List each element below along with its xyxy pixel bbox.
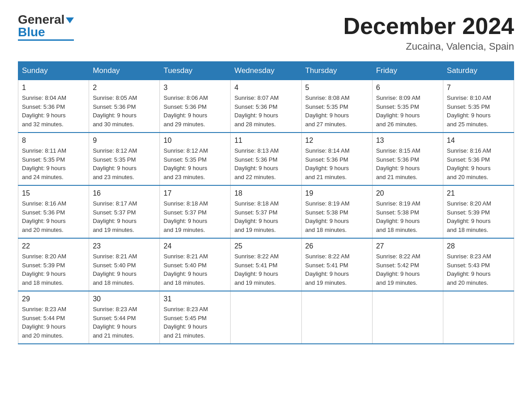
day-info: Sunrise: 8:23 AM Sunset: 5:44 PM Dayligh… xyxy=(22,305,85,340)
day-info: Sunrise: 8:13 AM Sunset: 5:36 PM Dayligh… xyxy=(234,146,297,181)
day-number: 12 xyxy=(305,137,369,145)
table-row: 8 Sunrise: 8:11 AM Sunset: 5:35 PM Dayli… xyxy=(18,133,89,185)
day-info: Sunrise: 8:12 AM Sunset: 5:35 PM Dayligh… xyxy=(163,146,227,181)
table-row: 7 Sunrise: 8:10 AM Sunset: 5:35 PM Dayli… xyxy=(443,80,514,133)
day-number: 10 xyxy=(163,137,227,145)
day-info: Sunrise: 8:22 AM Sunset: 5:41 PM Dayligh… xyxy=(305,252,369,287)
day-info: Sunrise: 8:06 AM Sunset: 5:36 PM Dayligh… xyxy=(163,94,227,128)
table-row: 10 Sunrise: 8:12 AM Sunset: 5:35 PM Dayl… xyxy=(160,133,231,185)
table-row xyxy=(372,291,443,344)
day-number: 19 xyxy=(305,189,369,197)
calendar-week-row: 8 Sunrise: 8:11 AM Sunset: 5:35 PM Dayli… xyxy=(18,133,514,185)
day-number: 8 xyxy=(22,137,85,145)
col-tuesday: Tuesday xyxy=(160,62,231,80)
calendar-table: Sunday Monday Tuesday Wednesday Thursday… xyxy=(18,61,514,344)
table-row: 19 Sunrise: 8:19 AM Sunset: 5:38 PM Dayl… xyxy=(301,185,372,238)
day-number: 18 xyxy=(234,189,297,197)
day-info: Sunrise: 8:14 AM Sunset: 5:36 PM Dayligh… xyxy=(305,146,369,181)
day-number: 31 xyxy=(163,295,227,303)
day-info: Sunrise: 8:16 AM Sunset: 5:36 PM Dayligh… xyxy=(447,146,510,181)
day-number: 30 xyxy=(93,295,156,303)
col-saturday: Saturday xyxy=(443,62,514,80)
table-row: 23 Sunrise: 8:21 AM Sunset: 5:40 PM Dayl… xyxy=(89,238,160,291)
day-number: 23 xyxy=(93,242,156,250)
day-info: Sunrise: 8:05 AM Sunset: 5:36 PM Dayligh… xyxy=(93,94,156,128)
col-wednesday: Wednesday xyxy=(231,62,301,80)
table-row: 31 Sunrise: 8:23 AM Sunset: 5:45 PM Dayl… xyxy=(160,291,231,344)
day-number: 28 xyxy=(447,242,510,250)
table-row: 28 Sunrise: 8:23 AM Sunset: 5:43 PM Dayl… xyxy=(443,238,514,291)
day-number: 5 xyxy=(305,84,369,92)
calendar-header-row: Sunday Monday Tuesday Wednesday Thursday… xyxy=(18,62,514,80)
day-number: 6 xyxy=(376,84,439,92)
calendar-week-row: 1 Sunrise: 8:04 AM Sunset: 5:36 PM Dayli… xyxy=(18,80,514,133)
day-info: Sunrise: 8:09 AM Sunset: 5:35 PM Dayligh… xyxy=(376,94,439,128)
table-row: 1 Sunrise: 8:04 AM Sunset: 5:36 PM Dayli… xyxy=(18,80,89,133)
day-number: 26 xyxy=(305,242,369,250)
day-number: 3 xyxy=(163,84,227,92)
table-row: 3 Sunrise: 8:06 AM Sunset: 5:36 PM Dayli… xyxy=(160,80,231,133)
day-info: Sunrise: 8:18 AM Sunset: 5:37 PM Dayligh… xyxy=(234,199,297,234)
day-info: Sunrise: 8:23 AM Sunset: 5:43 PM Dayligh… xyxy=(447,252,510,287)
table-row: 20 Sunrise: 8:19 AM Sunset: 5:38 PM Dayl… xyxy=(372,185,443,238)
day-number: 21 xyxy=(447,189,510,197)
day-info: Sunrise: 8:15 AM Sunset: 5:36 PM Dayligh… xyxy=(376,146,439,181)
table-row xyxy=(231,291,301,344)
day-info: Sunrise: 8:21 AM Sunset: 5:40 PM Dayligh… xyxy=(163,252,227,287)
logo: GeneralBlue xyxy=(18,13,74,41)
table-row: 14 Sunrise: 8:16 AM Sunset: 5:36 PM Dayl… xyxy=(443,133,514,185)
table-row: 2 Sunrise: 8:05 AM Sunset: 5:36 PM Dayli… xyxy=(89,80,160,133)
logo-underline xyxy=(18,39,74,41)
day-info: Sunrise: 8:12 AM Sunset: 5:35 PM Dayligh… xyxy=(93,146,156,181)
day-number: 15 xyxy=(22,189,85,197)
calendar-week-row: 15 Sunrise: 8:16 AM Sunset: 5:36 PM Dayl… xyxy=(18,185,514,238)
day-number: 22 xyxy=(22,242,85,250)
table-row: 24 Sunrise: 8:21 AM Sunset: 5:40 PM Dayl… xyxy=(160,238,231,291)
logo-blue: Blue xyxy=(18,25,45,39)
table-row: 25 Sunrise: 8:22 AM Sunset: 5:41 PM Dayl… xyxy=(231,238,301,291)
day-info: Sunrise: 8:11 AM Sunset: 5:35 PM Dayligh… xyxy=(22,146,85,181)
col-friday: Friday xyxy=(372,62,443,80)
col-thursday: Thursday xyxy=(301,62,372,80)
day-number: 13 xyxy=(376,137,439,145)
day-number: 29 xyxy=(22,295,85,303)
table-row: 27 Sunrise: 8:22 AM Sunset: 5:42 PM Dayl… xyxy=(372,238,443,291)
day-info: Sunrise: 8:07 AM Sunset: 5:36 PM Dayligh… xyxy=(234,94,297,128)
table-row: 9 Sunrise: 8:12 AM Sunset: 5:35 PM Dayli… xyxy=(89,133,160,185)
table-row: 6 Sunrise: 8:09 AM Sunset: 5:35 PM Dayli… xyxy=(372,80,443,133)
day-info: Sunrise: 8:17 AM Sunset: 5:37 PM Dayligh… xyxy=(93,199,156,234)
day-info: Sunrise: 8:19 AM Sunset: 5:38 PM Dayligh… xyxy=(305,199,369,234)
table-row: 30 Sunrise: 8:23 AM Sunset: 5:44 PM Dayl… xyxy=(89,291,160,344)
day-number: 9 xyxy=(93,137,156,145)
col-monday: Monday xyxy=(89,62,160,80)
table-row: 26 Sunrise: 8:22 AM Sunset: 5:41 PM Dayl… xyxy=(301,238,372,291)
table-row: 21 Sunrise: 8:20 AM Sunset: 5:39 PM Dayl… xyxy=(443,185,514,238)
day-info: Sunrise: 8:22 AM Sunset: 5:41 PM Dayligh… xyxy=(234,252,297,287)
day-number: 11 xyxy=(234,137,297,145)
table-row xyxy=(301,291,372,344)
day-info: Sunrise: 8:22 AM Sunset: 5:42 PM Dayligh… xyxy=(376,252,439,287)
calendar-week-row: 29 Sunrise: 8:23 AM Sunset: 5:44 PM Dayl… xyxy=(18,291,514,344)
day-number: 1 xyxy=(22,84,85,92)
title-section: December 2024 Zucaina, Valencia, Spain xyxy=(343,13,514,52)
day-number: 24 xyxy=(163,242,227,250)
day-number: 25 xyxy=(234,242,297,250)
table-row: 5 Sunrise: 8:08 AM Sunset: 5:35 PM Dayli… xyxy=(301,80,372,133)
table-row: 12 Sunrise: 8:14 AM Sunset: 5:36 PM Dayl… xyxy=(301,133,372,185)
day-info: Sunrise: 8:23 AM Sunset: 5:45 PM Dayligh… xyxy=(163,305,227,340)
table-row: 15 Sunrise: 8:16 AM Sunset: 5:36 PM Dayl… xyxy=(18,185,89,238)
day-number: 27 xyxy=(376,242,439,250)
calendar-week-row: 22 Sunrise: 8:20 AM Sunset: 5:39 PM Dayl… xyxy=(18,238,514,291)
day-info: Sunrise: 8:10 AM Sunset: 5:35 PM Dayligh… xyxy=(447,94,510,128)
day-number: 20 xyxy=(376,189,439,197)
table-row: 18 Sunrise: 8:18 AM Sunset: 5:37 PM Dayl… xyxy=(231,185,301,238)
table-row: 22 Sunrise: 8:20 AM Sunset: 5:39 PM Dayl… xyxy=(18,238,89,291)
day-info: Sunrise: 8:08 AM Sunset: 5:35 PM Dayligh… xyxy=(305,94,369,128)
table-row: 13 Sunrise: 8:15 AM Sunset: 5:36 PM Dayl… xyxy=(372,133,443,185)
table-row xyxy=(443,291,514,344)
day-number: 17 xyxy=(163,189,227,197)
day-number: 7 xyxy=(447,84,510,92)
day-number: 4 xyxy=(234,84,297,92)
day-info: Sunrise: 8:21 AM Sunset: 5:40 PM Dayligh… xyxy=(93,252,156,287)
table-row: 17 Sunrise: 8:18 AM Sunset: 5:37 PM Dayl… xyxy=(160,185,231,238)
